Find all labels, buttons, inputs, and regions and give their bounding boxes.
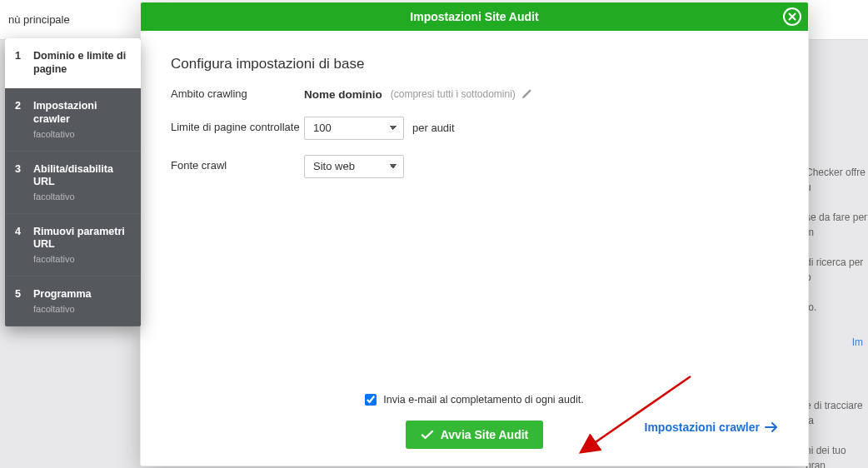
- wizard-step-url-allow[interactable]: 3 Abilita/disabilita URL facoltativo: [5, 152, 141, 214]
- check-icon: [421, 428, 434, 441]
- start-audit-button[interactable]: Avvia Site Audit: [406, 421, 544, 449]
- close-icon[interactable]: [783, 7, 801, 26]
- wizard-step-schedule[interactable]: 5 Programma facoltativo: [5, 276, 141, 326]
- email-on-complete-label: Invia e-mail al completamento di ogni au…: [383, 394, 583, 406]
- page-limit-suffix: per audit: [412, 122, 455, 134]
- modal-header: Impostazioni Site Audit: [141, 2, 808, 31]
- wizard-step-domain[interactable]: 1 Dominio e limite di pagine: [5, 38, 141, 88]
- wizard-step-url-params[interactable]: 4 Rimuovi parametri URL facoltativo: [5, 214, 141, 276]
- crawl-source-select[interactable]: Sito web: [304, 155, 404, 178]
- email-on-complete-row[interactable]: Invia e-mail al completamento di ogni au…: [141, 394, 808, 406]
- label-page-limit: Limite di pagine controllate: [171, 121, 304, 135]
- domain-name-field: Nome dominio: [304, 88, 382, 101]
- domain-hint: (compresi tutti i sottodomini): [391, 88, 532, 100]
- page-limit-select[interactable]: 100: [304, 117, 404, 140]
- modal-title: Impostazioni Site Audit: [410, 10, 538, 23]
- backdrop-right-text: Checker offre u se da fare per m di rice…: [806, 150, 868, 468]
- email-on-complete-checkbox[interactable]: [365, 394, 377, 406]
- row-page-limit: Limite di pagine controllate 100 per aud…: [171, 117, 778, 140]
- backdrop-menu-label: nù principale: [8, 13, 70, 26]
- wizard-step-crawler[interactable]: 2 Impostazioni crawler facoltativo: [5, 88, 141, 151]
- crawler-settings-link[interactable]: Impostazioni crawler: [645, 421, 778, 434]
- modal-body: Configura impostazioni di base Ambito cr…: [141, 31, 808, 466]
- row-crawl-source: Fonte crawl Sito web: [171, 155, 778, 178]
- site-audit-settings-modal: Impostazioni Site Audit Configura impost…: [140, 2, 809, 466]
- row-crawl-scope: Ambito crawling Nome dominio (compresi t…: [171, 87, 778, 102]
- section-title: Configura impostazioni di base: [171, 56, 778, 72]
- pencil-icon[interactable]: [521, 88, 532, 100]
- label-crawl-source: Fonte crawl: [171, 159, 304, 173]
- arrow-right-icon: [765, 422, 778, 432]
- label-crawl-scope: Ambito crawling: [171, 87, 304, 102]
- wizard-sidebar: 1 Dominio e limite di pagine 2 Impostazi…: [5, 38, 141, 326]
